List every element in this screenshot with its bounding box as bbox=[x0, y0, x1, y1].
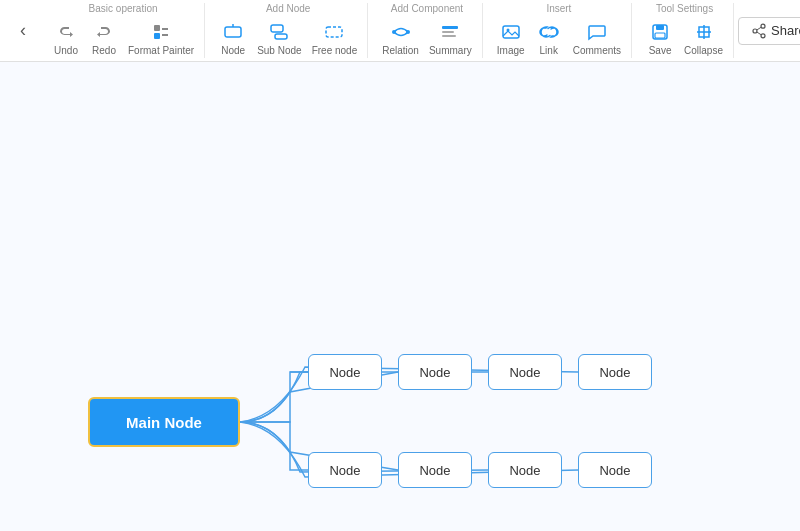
undo-button[interactable]: Undo bbox=[48, 18, 84, 58]
relation-icon bbox=[389, 20, 413, 44]
collapse-icon bbox=[692, 20, 716, 44]
relation-button[interactable]: Relation bbox=[378, 18, 423, 58]
image-button[interactable]: Image bbox=[493, 18, 529, 58]
top-node-2[interactable]: Node bbox=[398, 354, 472, 390]
bottom-node-3[interactable]: Node bbox=[488, 452, 562, 488]
svg-point-19 bbox=[753, 29, 757, 33]
svg-line-21 bbox=[757, 31, 761, 34]
save-button[interactable]: Save bbox=[642, 18, 678, 58]
bottom-node-3-label: Node bbox=[509, 463, 540, 478]
svg-point-8 bbox=[406, 30, 410, 34]
link-icon bbox=[537, 20, 561, 44]
toolbar-addnode-items: Node Sub Node Free node bbox=[215, 18, 361, 58]
svg-rect-0 bbox=[154, 25, 160, 31]
svg-point-17 bbox=[761, 24, 765, 28]
format-painter-label: Format Painter bbox=[128, 45, 194, 56]
toolbar-group-insert-label: Insert bbox=[546, 3, 571, 14]
svg-rect-4 bbox=[271, 25, 283, 32]
top-node-1-label: Node bbox=[329, 365, 360, 380]
top-node-3[interactable]: Node bbox=[488, 354, 562, 390]
toolbar-group-addnode-label: Add Node bbox=[266, 3, 310, 14]
svg-rect-6 bbox=[326, 27, 342, 37]
format-painter-icon bbox=[149, 20, 173, 44]
top-node-4[interactable]: Node bbox=[578, 354, 652, 390]
svg-line-20 bbox=[757, 27, 761, 30]
main-node-label: Main Node bbox=[126, 414, 202, 431]
svg-rect-9 bbox=[442, 26, 458, 29]
sub-node-label: Sub Node bbox=[257, 45, 301, 56]
save-icon bbox=[648, 20, 672, 44]
top-node-3-label: Node bbox=[509, 365, 540, 380]
share-label: Share bbox=[771, 23, 800, 38]
bottom-node-4-label: Node bbox=[599, 463, 630, 478]
link-button[interactable]: Link bbox=[531, 18, 567, 58]
collapse-label: Collapse bbox=[684, 45, 723, 56]
svg-point-18 bbox=[761, 33, 765, 37]
node-icon bbox=[221, 20, 245, 44]
sub-node-icon bbox=[267, 20, 291, 44]
node-label: Node bbox=[221, 45, 245, 56]
toolbar: ‹ Basic operation Undo Redo bbox=[0, 0, 800, 62]
node-button[interactable]: Node bbox=[215, 18, 251, 58]
summary-label: Summary bbox=[429, 45, 472, 56]
toolbar-group-basic-label: Basic operation bbox=[89, 3, 158, 14]
main-node[interactable]: Main Node bbox=[88, 397, 240, 447]
image-icon bbox=[499, 20, 523, 44]
bottom-node-2-label: Node bbox=[419, 463, 450, 478]
toolbar-insert-items: Image Link Comments bbox=[493, 18, 625, 58]
comments-icon bbox=[585, 20, 609, 44]
top-node-4-label: Node bbox=[599, 365, 630, 380]
top-node-2-label: Node bbox=[419, 365, 450, 380]
redo-label: Redo bbox=[92, 45, 116, 56]
toolbar-group-addcomp-label: Add Component bbox=[391, 3, 463, 14]
relation-label: Relation bbox=[382, 45, 419, 56]
redo-button[interactable]: Redo bbox=[86, 18, 122, 58]
toolbar-group-toolsettings: Tool Settings Save Collapse bbox=[636, 3, 734, 58]
save-label: Save bbox=[649, 45, 672, 56]
bottom-node-2[interactable]: Node bbox=[398, 452, 472, 488]
free-node-icon bbox=[322, 20, 346, 44]
back-button[interactable]: ‹ bbox=[8, 0, 38, 62]
link-label: Link bbox=[540, 45, 558, 56]
collapse-button[interactable]: Collapse bbox=[680, 18, 727, 58]
svg-rect-10 bbox=[442, 31, 454, 33]
image-label: Image bbox=[497, 45, 525, 56]
toolbar-group-insert: Insert Image Link bbox=[487, 3, 632, 58]
toolbar-basic-items: Undo Redo Format Painter bbox=[48, 18, 198, 58]
toolbar-group-basic: Basic operation Undo Redo bbox=[42, 3, 205, 58]
svg-rect-15 bbox=[656, 25, 664, 30]
share-button[interactable]: Share bbox=[738, 17, 800, 45]
undo-icon bbox=[54, 20, 78, 44]
redo-icon bbox=[92, 20, 116, 44]
free-node-label: Free node bbox=[312, 45, 358, 56]
summary-icon bbox=[438, 20, 462, 44]
bottom-node-1-label: Node bbox=[329, 463, 360, 478]
svg-rect-16 bbox=[655, 33, 665, 38]
summary-button[interactable]: Summary bbox=[425, 18, 476, 58]
action-buttons: Share Export bbox=[738, 17, 800, 45]
svg-rect-1 bbox=[154, 33, 160, 39]
svg-rect-11 bbox=[442, 35, 456, 37]
toolbar-addcomp-items: Relation Summary bbox=[378, 18, 476, 58]
toolbar-group-addcomp: Add Component Relation Summary bbox=[372, 3, 483, 58]
sub-node-button[interactable]: Sub Node bbox=[253, 18, 305, 58]
free-node-button[interactable]: Free node bbox=[308, 18, 362, 58]
format-painter-button[interactable]: Format Painter bbox=[124, 18, 198, 58]
toolbar-group-addnode: Add Node Node Sub Node bbox=[209, 3, 368, 58]
undo-label: Undo bbox=[54, 45, 78, 56]
toolbar-toolsettings-items: Save Collapse bbox=[642, 18, 727, 58]
comments-button[interactable]: Comments bbox=[569, 18, 625, 58]
bottom-node-1[interactable]: Node bbox=[308, 452, 382, 488]
toolbar-group-toolsettings-label: Tool Settings bbox=[656, 3, 713, 14]
svg-rect-5 bbox=[275, 34, 287, 39]
svg-point-7 bbox=[392, 30, 396, 34]
share-icon bbox=[751, 23, 767, 39]
comments-label: Comments bbox=[573, 45, 621, 56]
svg-rect-12 bbox=[503, 26, 519, 38]
top-node-1[interactable]: Node bbox=[308, 354, 382, 390]
canvas[interactable]: Main Node Node Node Node Node Node Node … bbox=[0, 62, 800, 531]
bottom-node-4[interactable]: Node bbox=[578, 452, 652, 488]
svg-rect-2 bbox=[225, 27, 241, 37]
